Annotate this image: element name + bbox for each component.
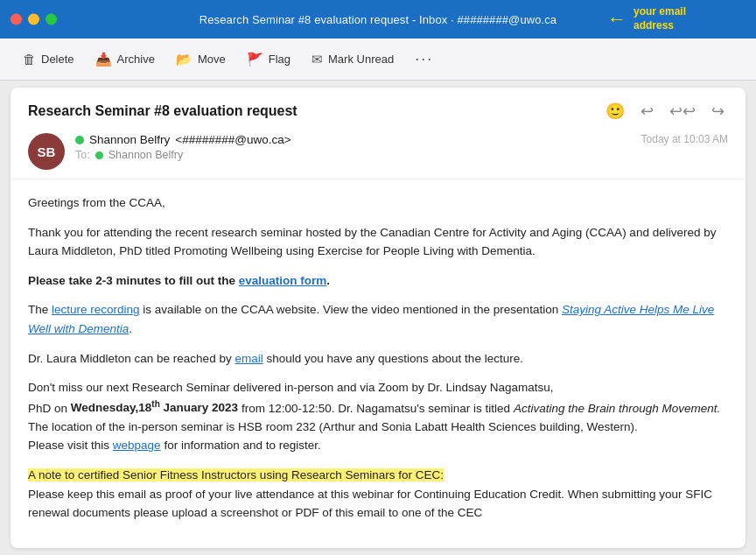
close-button[interactable] [10, 14, 22, 25]
move-button[interactable]: 📂 Move [167, 46, 234, 73]
title-bar: Research Seminar #8 evaluation request -… [0, 0, 756, 39]
email-body[interactable]: Greetings from the CCAA, Thank you for a… [10, 179, 746, 548]
toolbar: 🗑 Delete 📥 Archive 📂 Move 🚩 Flag ✉ Mark … [0, 39, 756, 81]
forward-button[interactable]: ↪ [708, 100, 728, 123]
archive-icon: 📥 [95, 52, 112, 67]
subject-row: Research Seminar #8 evaluation request 🙂… [28, 100, 728, 123]
email-address-annotation: ← your emailaddress [607, 5, 686, 32]
window-title: Research Seminar #8 evaluation request -… [200, 13, 556, 26]
to-label: To: [75, 149, 90, 161]
more-button[interactable]: ··· [406, 45, 442, 74]
timestamp: Today at 10:03 AM [641, 133, 728, 145]
mark-unread-button[interactable]: ✉ Mark Unread [303, 46, 402, 73]
evaluation-form-link[interactable]: evaluation form [239, 274, 327, 287]
delete-label: Delete [41, 53, 74, 66]
arrow-icon: ← [607, 8, 626, 31]
email-address-label: your emailaddress [634, 5, 686, 32]
sender-info: Shannon Belfry <########@uwo.ca> To: Sha… [75, 133, 631, 161]
sender-row: SB Shannon Belfry <########@uwo.ca> To: … [28, 133, 728, 170]
sender-name: Shannon Belfry [89, 133, 170, 146]
reply-button[interactable]: ↩ [637, 100, 657, 123]
email-action-buttons: 🙂 ↩ ↩↩ ↪ [602, 100, 728, 123]
sender-email: <########@uwo.ca> [175, 133, 290, 146]
reply-all-button[interactable]: ↩↩ [666, 100, 699, 123]
archive-button[interactable]: 📥 Archive [87, 46, 164, 73]
para-next-seminar: Don't miss our next Research Seminar del… [28, 378, 728, 455]
lecture-recording-link[interactable]: lecture recording [52, 303, 140, 316]
cec-note-body: Please keep this email as proof of your … [28, 488, 712, 520]
para-note: A note to certified Senior Fitness Instr… [28, 466, 728, 523]
email-subject: Research Seminar #8 evaluation request [28, 103, 298, 119]
fill-out-text: Please take 2-3 minutes to fill out the [28, 274, 235, 287]
to-line: To: Shannon Belfry [75, 149, 631, 161]
archive-label: Archive [117, 53, 155, 66]
email-container: Research Seminar #8 evaluation request 🙂… [10, 88, 746, 548]
online-indicator [75, 136, 84, 144]
email-header: Research Seminar #8 evaluation request 🙂… [10, 88, 746, 179]
cec-note-heading: A note to certified Senior Fitness Instr… [28, 468, 444, 481]
traffic-lights [10, 14, 57, 25]
flag-label: Flag [269, 53, 290, 66]
flag-icon: 🚩 [247, 52, 263, 67]
para-contact: Dr. Laura Middleton can be reached by em… [28, 349, 728, 369]
superscript-th: th [151, 399, 159, 409]
maximize-button[interactable] [46, 14, 57, 25]
email-link[interactable]: email [234, 352, 262, 365]
emoji-button[interactable]: 🙂 [602, 100, 628, 123]
mark-unread-icon: ✉ [312, 52, 323, 67]
move-label: Move [198, 53, 226, 66]
delete-button[interactable]: 🗑 Delete [14, 46, 83, 72]
flag-button[interactable]: 🚩 Flag [238, 46, 299, 73]
move-icon: 📂 [176, 52, 192, 67]
webpage-link[interactable]: webpage [113, 439, 161, 452]
greeting: Greetings from the CCAA, [28, 193, 728, 213]
minimize-button[interactable] [28, 14, 39, 25]
recipient-indicator [95, 151, 103, 159]
para-evaluation: Please take 2-3 minutes to fill out the … [28, 271, 728, 291]
delete-icon: 🗑 [23, 52, 36, 67]
mark-unread-label: Mark Unread [328, 53, 394, 66]
recipient-name: Shannon Belfry [108, 149, 183, 161]
para1: Thank you for attending the recent resea… [28, 223, 728, 261]
para-lecture: The lecture recording is available on th… [28, 300, 728, 338]
more-icon: ··· [415, 50, 433, 68]
avatar: SB [28, 133, 65, 170]
sender-name-line: Shannon Belfry <########@uwo.ca> [75, 133, 631, 146]
